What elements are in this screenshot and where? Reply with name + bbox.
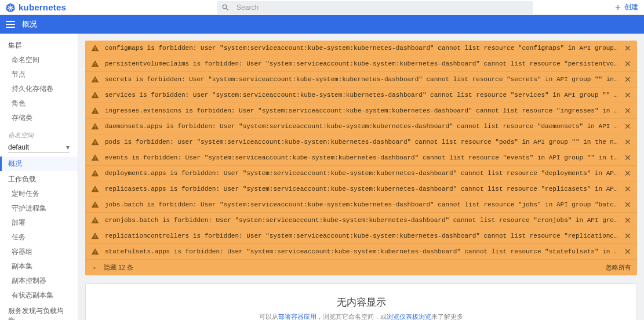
namespace-value: default <box>8 143 29 151</box>
search-icon <box>221 3 230 12</box>
warning-message: deployments.apps is forbidden: User "sys… <box>105 170 618 177</box>
sidebar-item-workload-4[interactable]: 容器组 <box>0 245 78 259</box>
warning-row: replicasets.apps is forbidden: User "sys… <box>85 181 637 197</box>
hide-count-label[interactable]: 隐藏 12 条 <box>104 263 133 272</box>
warning-row: services is forbidden: User "system:serv… <box>85 88 637 103</box>
warning-message: replicationcontrollers is forbidden: Use… <box>105 232 618 239</box>
close-icon[interactable]: ✕ <box>624 201 631 209</box>
warning-panel: configmaps is forbidden: User "system:se… <box>85 41 637 275</box>
warning-row: configmaps is forbidden: User "system:se… <box>85 41 637 56</box>
close-icon[interactable]: ✕ <box>624 169 631 177</box>
close-icon[interactable]: ✕ <box>624 232 631 240</box>
warning-message: configmaps is forbidden: User "system:se… <box>105 45 618 52</box>
dismiss-all-button[interactable]: 忽略所有 <box>606 263 631 272</box>
warning-row: cronjobs.batch is forbidden: User "syste… <box>85 213 637 228</box>
warning-icon <box>91 75 99 83</box>
plus-icon <box>614 3 622 12</box>
close-icon[interactable]: ✕ <box>624 75 631 83</box>
close-icon[interactable]: ✕ <box>624 44 631 52</box>
subheader: 概况 <box>0 15 644 34</box>
sidebar-heading-discovery: 服务发现与负载均衡 <box>0 303 78 320</box>
empty-link-browse[interactable]: 浏览仪表板浏览 <box>387 313 431 320</box>
warning-message: cronjobs.batch is forbidden: User "syste… <box>105 217 618 224</box>
menu-icon[interactable] <box>6 21 15 28</box>
sidebar-item-overview[interactable]: 概况 <box>0 157 78 171</box>
close-icon[interactable]: ✕ <box>624 91 631 99</box>
close-icon[interactable]: ✕ <box>624 138 631 146</box>
sidebar-item-cluster-4[interactable]: 存储类 <box>0 111 78 125</box>
search-box[interactable] <box>217 1 533 14</box>
sidebar-item-cluster-0[interactable]: 命名空间 <box>0 53 78 67</box>
warning-row: daemonsets.apps is forbidden: User "syst… <box>85 119 637 134</box>
empty-title: 无内容显示 <box>92 296 631 309</box>
warning-row: secrets is forbidden: User "system:servi… <box>85 72 637 88</box>
brand-text: kubernetes <box>19 2 66 12</box>
warning-icon <box>91 216 99 224</box>
sidebar-item-cluster-2[interactable]: 持久化存储卷 <box>0 82 78 96</box>
namespace-select[interactable]: default ▾ <box>8 142 70 153</box>
warning-message: daemonsets.apps is forbidden: User "syst… <box>105 123 618 130</box>
brand-logo[interactable]: kubernetes <box>6 2 66 12</box>
empty-subtext: 可以从部署容器应用，浏览其它命名空间，或浏览仪表板浏览来了解更多 <box>92 312 631 320</box>
warning-message: secrets is forbidden: User "system:servi… <box>105 76 618 83</box>
warning-message: persistentvolumeclaims is forbidden: Use… <box>105 60 618 67</box>
sidebar-item-workload-0[interactable]: 定时任务 <box>0 187 78 201</box>
collapse-icon[interactable] <box>91 264 98 271</box>
close-icon[interactable]: ✕ <box>624 60 631 68</box>
warning-message: jobs.batch is forbidden: User "system:se… <box>105 201 618 208</box>
sidebar-item-cluster-1[interactable]: 节点 <box>0 67 78 82</box>
sidebar-heading-cluster: 集群 <box>0 37 78 53</box>
warning-message: pods is forbidden: User "system:servicea… <box>105 139 618 146</box>
warning-icon <box>91 107 99 115</box>
sidebar-item-cluster-3[interactable]: 角色 <box>0 96 78 111</box>
close-icon[interactable]: ✕ <box>624 185 631 193</box>
empty-link-deploy[interactable]: 部署容器应用 <box>278 313 316 320</box>
warning-icon <box>91 248 99 256</box>
warning-message: statefulsets.apps is forbidden: User "sy… <box>105 248 618 255</box>
warning-icon <box>91 201 99 209</box>
warning-row: ingresses.extensions is forbidden: User … <box>85 103 637 119</box>
warning-message: replicasets.apps is forbidden: User "sys… <box>105 186 618 192</box>
sidebar-item-workload-2[interactable]: 部署 <box>0 216 78 230</box>
warning-icon <box>91 154 99 162</box>
sidebar-item-workload-6[interactable]: 副本控制器 <box>0 274 78 288</box>
warning-row: pods is forbidden: User "system:servicea… <box>85 134 637 150</box>
warning-icon <box>91 60 99 68</box>
main-content: configmaps is forbidden: User "system:se… <box>78 34 644 320</box>
close-icon[interactable]: ✕ <box>624 154 631 162</box>
empty-state-card: 无内容显示 可以从部署容器应用，浏览其它命名空间，或浏览仪表板浏览来了解更多 <box>85 283 637 320</box>
sidebar-item-workload-3[interactable]: 任务 <box>0 230 78 245</box>
warning-icon <box>91 122 99 130</box>
warning-row: jobs.batch is forbidden: User "system:se… <box>85 197 637 213</box>
create-button[interactable]: 创建 <box>614 2 638 12</box>
warning-icon <box>91 44 99 52</box>
warning-message: events is forbidden: User "system:servic… <box>105 154 618 161</box>
warning-footer: 隐藏 12 条 忽略所有 <box>85 260 637 275</box>
sidebar-heading-workloads: 工作负载 <box>0 171 78 187</box>
namespace-label: 命名空间 <box>0 125 78 141</box>
create-label: 创建 <box>624 2 638 12</box>
kubernetes-icon <box>6 3 15 12</box>
sidebar-item-workload-5[interactable]: 副本集 <box>0 259 78 274</box>
warning-row: statefulsets.apps is forbidden: User "sy… <box>85 244 637 260</box>
close-icon[interactable]: ✕ <box>624 122 631 130</box>
close-icon[interactable]: ✕ <box>624 216 631 224</box>
search-input[interactable] <box>235 3 529 12</box>
warning-icon <box>91 138 99 146</box>
warning-row: replicationcontrollers is forbidden: Use… <box>85 228 637 244</box>
warning-icon <box>91 169 99 177</box>
topbar: kubernetes 创建 <box>0 0 644 15</box>
warning-row: deployments.apps is forbidden: User "sys… <box>85 166 637 181</box>
close-icon[interactable]: ✕ <box>624 248 631 256</box>
sidebar-item-workload-1[interactable]: 守护进程集 <box>0 201 78 216</box>
chevron-down-icon: ▾ <box>66 143 70 151</box>
warning-icon <box>91 232 99 240</box>
close-icon[interactable]: ✕ <box>624 107 631 115</box>
warning-row: events is forbidden: User "system:servic… <box>85 150 637 166</box>
page-title: 概况 <box>22 19 37 30</box>
warning-row: persistentvolumeclaims is forbidden: Use… <box>85 56 637 72</box>
sidebar-item-workload-7[interactable]: 有状态副本集 <box>0 288 78 303</box>
warning-icon <box>91 91 99 99</box>
sidebar: 集群 命名空间节点持久化存储卷角色存储类 命名空间 default ▾ 概况 工… <box>0 34 78 320</box>
warning-message: services is forbidden: User "system:serv… <box>105 92 618 99</box>
